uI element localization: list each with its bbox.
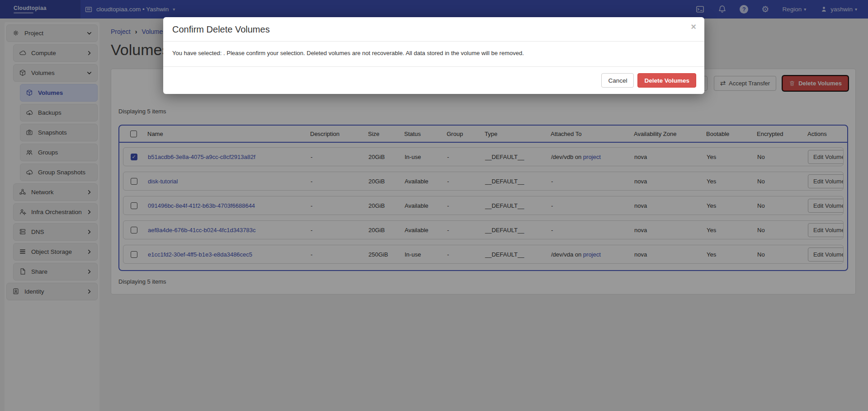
cancel-button[interactable]: Cancel (601, 73, 634, 88)
modal-title: Confirm Delete Volumes (172, 24, 695, 35)
modal-body-text: You have selected: . Please confirm your… (163, 42, 704, 67)
close-icon[interactable]: × (691, 22, 696, 31)
confirm-delete-button[interactable]: Delete Volumes (637, 73, 696, 88)
modal-header: Confirm Delete Volumes × (163, 17, 704, 42)
modal-footer: Cancel Delete Volumes (163, 67, 704, 94)
confirm-delete-modal: Confirm Delete Volumes × You have select… (163, 17, 704, 94)
